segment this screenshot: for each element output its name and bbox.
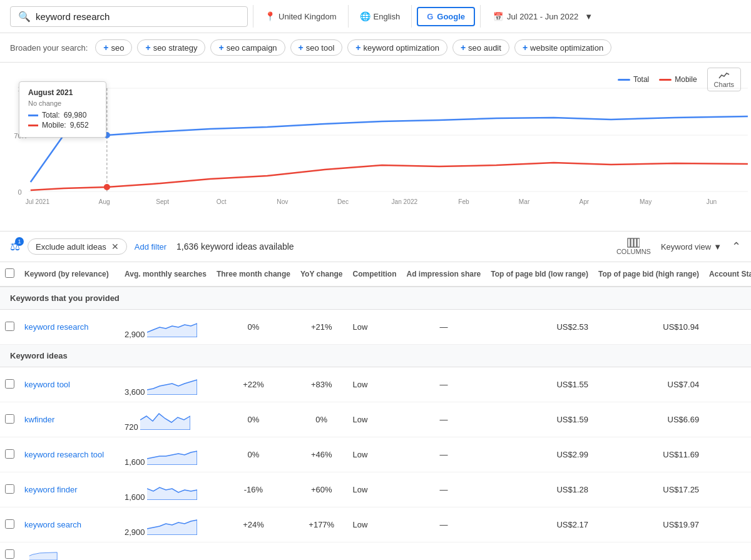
row-top-high: US$10.94 bbox=[593, 310, 704, 345]
svg-rect-19 bbox=[628, 238, 630, 247]
search-input-wrap[interactable]: 🔍 keyword research bbox=[10, 6, 248, 27]
engine-button[interactable]: G Google bbox=[417, 7, 475, 26]
col-competition[interactable]: Competition bbox=[348, 262, 402, 287]
date-range[interactable]: 📅 Jul 2021 - Jun 2022 ▼ bbox=[486, 8, 600, 25]
row-select-checkbox[interactable] bbox=[5, 519, 14, 529]
col-top-low[interactable]: Top of page bld (low range) bbox=[486, 262, 593, 287]
row-yoy: +177% bbox=[295, 507, 348, 542]
search-query: keyword research bbox=[36, 11, 110, 22]
row-status bbox=[704, 472, 751, 507]
keyword-link[interactable]: keyword research bbox=[24, 322, 89, 332]
filter-icon-wrap[interactable]: ⚖ 1 bbox=[10, 240, 20, 253]
language-filter[interactable]: 🌐 English bbox=[354, 8, 407, 25]
row-top-low: US$1.28 bbox=[486, 472, 593, 507]
filter-badge: 1 bbox=[15, 237, 24, 246]
chip-website-optimization[interactable]: + website optimization bbox=[514, 39, 611, 56]
row-checkbox[interactable] bbox=[0, 542, 19, 561]
plus-icon: + bbox=[103, 43, 108, 53]
chip-label-seo: seo bbox=[111, 43, 124, 53]
svg-text:Oct: Oct bbox=[217, 198, 227, 205]
chip-seo-campaign[interactable]: + seo campaign bbox=[210, 39, 285, 56]
col-yoy[interactable]: YoY change bbox=[295, 262, 348, 287]
provided-section-label: Keywords that you provided bbox=[0, 287, 751, 310]
col-three-month[interactable]: Three month change bbox=[212, 262, 295, 287]
tooltip-mobile-row: Mobile: 9,652 bbox=[28, 121, 97, 130]
row-checkbox[interactable] bbox=[0, 310, 19, 345]
row-checkbox[interactable] bbox=[0, 402, 19, 437]
row-checkbox[interactable] bbox=[0, 507, 19, 542]
row-select-checkbox[interactable] bbox=[5, 449, 14, 459]
svg-text:Jan 2022: Jan 2022 bbox=[391, 198, 417, 205]
col-ad-impression[interactable]: Ad impression share bbox=[402, 262, 486, 287]
svg-rect-22 bbox=[637, 238, 640, 247]
col-avg-monthly[interactable]: Avg. monthly searches bbox=[120, 262, 212, 287]
row-yoy: +60% bbox=[295, 472, 348, 507]
keyword-link[interactable]: keyword search bbox=[24, 520, 81, 529]
chip-label-seo-campaign: seo campaign bbox=[227, 43, 277, 53]
row-select-checkbox[interactable] bbox=[5, 379, 14, 389]
row-keyword[interactable]: keyword finder bbox=[19, 472, 120, 507]
tooltip-subtitle: No change bbox=[28, 99, 97, 107]
language-label: English bbox=[374, 12, 401, 21]
plus-icon: + bbox=[299, 43, 304, 53]
table-row: keyword research tool 1,600 0% +46% Low … bbox=[0, 437, 751, 472]
plus-icon: + bbox=[523, 43, 528, 53]
row-keyword[interactable]: keyword search bbox=[19, 507, 120, 542]
red-dot-aug bbox=[104, 184, 110, 190]
search-bar: 🔍 keyword research 📍 United Kingdom 🌐 En… bbox=[0, 0, 751, 33]
select-all-checkbox[interactable] bbox=[5, 268, 14, 278]
row-select-checkbox[interactable] bbox=[5, 322, 14, 331]
row-checkbox[interactable] bbox=[0, 437, 19, 472]
row-select-checkbox[interactable] bbox=[5, 414, 14, 424]
chart-legend: Total Mobile bbox=[618, 75, 697, 84]
svg-text:Feb: Feb bbox=[458, 198, 469, 205]
mini-chart bbox=[147, 512, 197, 535]
row-avg-monthly: 1,600 bbox=[120, 472, 212, 507]
chip-keyword-optimization[interactable]: + keyword optimization bbox=[347, 39, 447, 56]
row-checkbox[interactable] bbox=[0, 472, 19, 507]
col-keyword[interactable]: Keyword (by relevance) bbox=[19, 262, 120, 287]
plus-icon: + bbox=[145, 43, 150, 53]
chip-seo[interactable]: + seo bbox=[95, 39, 132, 56]
chip-label-keyword-optimization: keyword optimization bbox=[364, 43, 439, 53]
mini-chart bbox=[147, 372, 197, 395]
exclude-close-icon[interactable]: ✕ bbox=[111, 242, 119, 252]
keyword-link[interactable]: keyword tool bbox=[24, 380, 70, 389]
collapse-button[interactable]: ⌃ bbox=[732, 240, 741, 253]
row-keyword[interactable]: kwfinder bbox=[19, 402, 120, 437]
divider4 bbox=[480, 5, 481, 28]
row-select-checkbox[interactable] bbox=[5, 484, 14, 494]
col-status[interactable]: Account Status bbox=[704, 262, 751, 287]
exclude-label: Exclude adult ideas bbox=[36, 242, 106, 252]
row-checkbox[interactable] bbox=[0, 367, 19, 402]
svg-text:Apr: Apr bbox=[579, 198, 589, 205]
ideas-count: 1,636 keyword ideas available bbox=[176, 242, 294, 252]
row-top-high: US$17.25 bbox=[593, 472, 704, 507]
tooltip-mobile-label: Mobile: bbox=[42, 121, 66, 130]
line-chart: 14 70K 0 Jul 2021 Aug Sept Oct Nov Dec J… bbox=[0, 73, 751, 210]
row-keyword[interactable]: keyword tool bbox=[19, 367, 120, 402]
tooltip-total-value: 69,980 bbox=[64, 111, 87, 120]
broaden-search-bar: Broaden your search: + seo + seo strateg… bbox=[0, 33, 751, 63]
chip-seo-strategy[interactable]: + seo strategy bbox=[137, 39, 205, 56]
keyword-link[interactable]: kwfinder bbox=[24, 415, 54, 424]
keyword-link[interactable]: keyword research tool bbox=[24, 450, 104, 459]
row-keyword[interactable]: keyword research bbox=[19, 310, 120, 345]
location-filter[interactable]: 📍 United Kingdom bbox=[258, 8, 343, 25]
keyword-table-wrap: Keyword (by relevance) Avg. monthly sear… bbox=[0, 262, 751, 560]
keyword-view-button[interactable]: Keyword view ▼ bbox=[661, 242, 722, 252]
columns-button[interactable]: COLUMNS bbox=[616, 238, 651, 255]
charts-button[interactable]: Charts bbox=[707, 68, 741, 91]
row-select-checkbox[interactable] bbox=[5, 549, 14, 559]
row-avg-monthly: 1,600 bbox=[120, 437, 212, 472]
add-filter-button[interactable]: Add filter bbox=[135, 242, 166, 252]
chevron-down-icon: ▼ bbox=[713, 242, 722, 252]
chart-controls: Total Mobile Charts bbox=[618, 68, 741, 91]
row-competition: Low bbox=[348, 310, 402, 345]
col-top-high[interactable]: Top of page bid (high range) bbox=[593, 262, 704, 287]
row-keyword[interactable]: keyword research tool bbox=[19, 437, 120, 472]
chip-seo-tool[interactable]: + seo tool bbox=[290, 39, 343, 56]
chip-seo-audit[interactable]: + seo audit bbox=[452, 39, 509, 56]
svg-rect-20 bbox=[631, 238, 633, 247]
keyword-link[interactable]: keyword finder bbox=[24, 485, 78, 494]
